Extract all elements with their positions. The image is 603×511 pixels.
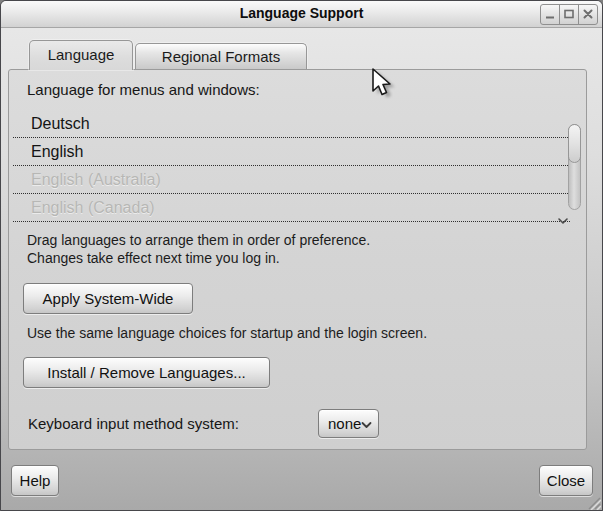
- close-button[interactable]: [578, 4, 598, 25]
- drag-hint-line1: Drag languages to arrange them in order …: [27, 231, 370, 249]
- window-controls: [540, 4, 598, 25]
- apply-system-wide-button[interactable]: Apply System-Wide: [23, 283, 193, 314]
- apply-hint-text: Use the same language choices for startu…: [27, 325, 427, 341]
- keyboard-input-label: Keyboard input method system:: [28, 415, 239, 432]
- list-item-english-canada[interactable]: English (Canada): [13, 194, 570, 222]
- window-title: Language Support: [1, 5, 602, 21]
- maximize-icon: [564, 7, 574, 22]
- titlebar[interactable]: Language Support: [1, 1, 602, 28]
- language-list-label: Language for menus and windows:: [27, 81, 260, 98]
- language-support-window: Language Support Language Regional Forma…: [0, 0, 603, 511]
- close-dialog-button[interactable]: Close: [539, 465, 593, 496]
- install-remove-languages-button[interactable]: Install / Remove Languages...: [23, 357, 270, 388]
- drag-hint-text: Drag languages to arrange them in order …: [27, 231, 370, 267]
- close-icon: [583, 7, 593, 22]
- dropdown-selected-value: none: [328, 415, 361, 432]
- keyboard-input-method-dropdown[interactable]: none: [318, 409, 379, 438]
- language-list: Deutsch English English (Australia) Engl…: [13, 110, 570, 222]
- maximize-button[interactable]: [559, 4, 579, 25]
- language-tab-panel: Language for menus and windows: Deutsch …: [8, 69, 587, 450]
- chevron-down-icon: [361, 415, 372, 432]
- chevron-down-icon: [557, 211, 569, 219]
- scrollbar-track[interactable]: [568, 124, 581, 210]
- list-item-deutsch[interactable]: Deutsch: [13, 110, 570, 138]
- list-item-english[interactable]: English: [13, 138, 570, 166]
- help-button[interactable]: Help: [11, 465, 59, 496]
- scrollbar-thumb[interactable]: [568, 124, 581, 163]
- drag-hint-line2: Changes take effect next time you log in…: [27, 249, 370, 267]
- keyboard-input-row: Keyboard input method system: none: [28, 409, 239, 438]
- minimize-button[interactable]: [540, 4, 560, 25]
- list-item-english-australia[interactable]: English (Australia): [13, 166, 570, 194]
- tab-language[interactable]: Language: [29, 40, 133, 70]
- minimize-icon: [545, 7, 555, 22]
- resize-grip[interactable]: [584, 493, 601, 510]
- tab-regional-formats[interactable]: Regional Formats: [135, 43, 307, 69]
